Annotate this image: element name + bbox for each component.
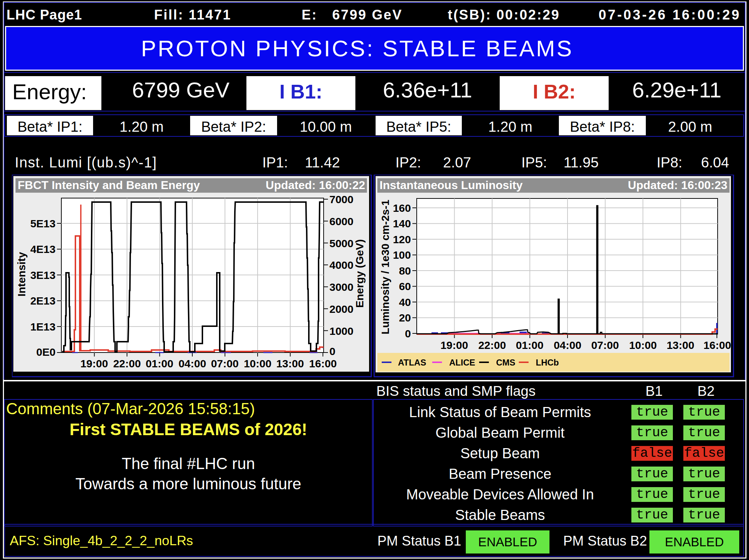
svg-text:2E13: 2E13	[30, 295, 56, 307]
svg-text:6000: 6000	[329, 215, 354, 227]
svg-text:2000: 2000	[329, 303, 354, 315]
svg-text:ALICE: ALICE	[449, 358, 475, 367]
svg-text:01:00: 01:00	[516, 339, 544, 351]
svg-text:16:00: 16:00	[309, 358, 337, 369]
svg-text:40: 40	[399, 296, 411, 308]
svg-text:07:00: 07:00	[591, 339, 619, 351]
svg-text:22:00: 22:00	[478, 339, 506, 351]
svg-text:20: 20	[399, 312, 411, 324]
svg-text:04:00: 04:00	[554, 339, 582, 351]
svg-text:160: 160	[393, 202, 411, 214]
svg-text:5E13: 5E13	[30, 218, 56, 229]
svg-text:16:00: 16:00	[704, 339, 731, 351]
svg-text:Instantaneous Luminosity: Instantaneous Luminosity	[380, 179, 523, 192]
svg-text:22:00: 22:00	[113, 358, 141, 369]
svg-text:0E0: 0E0	[36, 346, 56, 358]
svg-text:3E13: 3E13	[30, 269, 56, 281]
svg-text:Intensity: Intensity	[16, 252, 27, 297]
svg-text:Energy (GeV): Energy (GeV)	[354, 239, 365, 308]
svg-text:LHCb: LHCb	[536, 358, 559, 367]
svg-text:140: 140	[393, 218, 411, 229]
svg-text:07:00: 07:00	[211, 358, 239, 369]
svg-text:Updated: 16:00:23: Updated: 16:00:23	[628, 179, 727, 192]
svg-text:100: 100	[393, 249, 411, 261]
svg-text:ATLAS: ATLAS	[398, 358, 426, 367]
svg-text:60: 60	[399, 280, 411, 292]
svg-text:10:00: 10:00	[244, 358, 272, 369]
svg-text:13:00: 13:00	[276, 358, 304, 369]
svg-text:4000: 4000	[329, 259, 354, 271]
svg-text:5000: 5000	[329, 237, 354, 249]
svg-text:01:00: 01:00	[146, 358, 174, 369]
svg-text:04:00: 04:00	[179, 358, 206, 369]
svg-text:Luminosity / 1e30 cm-2s-1: Luminosity / 1e30 cm-2s-1	[379, 200, 391, 334]
svg-text:1000: 1000	[329, 325, 354, 337]
svg-text:FBCT Intensity and Beam Energy: FBCT Intensity and Beam Energy	[18, 179, 200, 192]
svg-text:19:00: 19:00	[441, 339, 468, 351]
svg-text:7000: 7000	[329, 193, 354, 205]
svg-text:Updated: 16:00:22: Updated: 16:00:22	[266, 179, 365, 192]
svg-text:10:00: 10:00	[629, 339, 657, 351]
svg-text:1E13: 1E13	[30, 321, 56, 333]
svg-text:19:00: 19:00	[80, 358, 108, 369]
svg-text:13:00: 13:00	[667, 339, 695, 351]
svg-text:0: 0	[329, 345, 336, 357]
svg-text:80: 80	[399, 265, 411, 277]
svg-text:120: 120	[393, 233, 411, 245]
svg-text:CMS: CMS	[496, 358, 515, 367]
svg-text:0: 0	[405, 328, 411, 340]
svg-text:3000: 3000	[329, 281, 354, 293]
svg-text:4E13: 4E13	[30, 243, 56, 255]
